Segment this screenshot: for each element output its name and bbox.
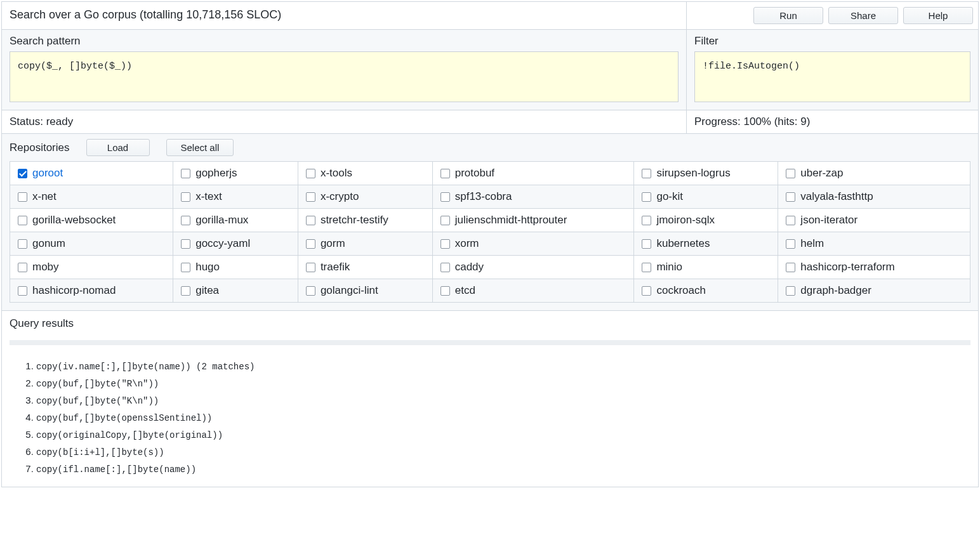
- filter-input[interactable]: [694, 51, 970, 102]
- repo-checkbox-gopherjs[interactable]: [181, 169, 190, 178]
- repo-label-valyala-fasthttp[interactable]: valyala-fasthttp: [800, 190, 873, 203]
- result-item[interactable]: copy(buf,[]byte(opensslSentinel)): [36, 412, 970, 423]
- result-item[interactable]: copy(originalCopy,[]byte(original)): [36, 429, 970, 440]
- repo-checkbox-minio[interactable]: [642, 263, 651, 272]
- repo-checkbox-kubernetes[interactable]: [642, 239, 651, 249]
- search-pattern-input[interactable]: [10, 51, 679, 102]
- repo-cell: hashicorp-nomad: [10, 279, 173, 303]
- repo-label-helm[interactable]: helm: [800, 237, 824, 250]
- repo-label-json-iterator[interactable]: json-iterator: [800, 214, 858, 227]
- table-row: gorilla-websocketgorilla-muxstretchr-tes…: [10, 209, 970, 232]
- repo-label-x-text[interactable]: x-text: [195, 190, 222, 203]
- repo-cell: julienschmidt-httprouter: [432, 209, 634, 232]
- repo-checkbox-julienschmidt-httprouter[interactable]: [440, 216, 450, 225]
- repo-label-minio[interactable]: minio: [656, 261, 682, 273]
- repo-checkbox-hashicorp-terraform[interactable]: [786, 263, 795, 272]
- repo-label-golangci-lint[interactable]: golangci-lint: [321, 284, 378, 297]
- repo-label-cockroach[interactable]: cockroach: [656, 284, 705, 297]
- repo-checkbox-golangci-lint[interactable]: [306, 286, 315, 296]
- repo-label-gorilla-websocket[interactable]: gorilla-websocket: [32, 214, 116, 227]
- repo-label-caddy[interactable]: caddy: [455, 261, 484, 273]
- load-button[interactable]: Load: [86, 139, 150, 156]
- repo-checkbox-goroot[interactable]: [18, 169, 27, 178]
- repo-label-etcd[interactable]: etcd: [455, 284, 475, 297]
- repo-label-moby[interactable]: moby: [32, 261, 59, 273]
- repo-label-gorm[interactable]: gorm: [321, 237, 345, 250]
- repo-label-hashicorp-nomad[interactable]: hashicorp-nomad: [32, 284, 116, 297]
- repo-label-jmoiron-sqlx[interactable]: jmoiron-sqlx: [656, 214, 715, 227]
- repo-label-kubernetes[interactable]: kubernetes: [656, 237, 710, 250]
- run-button[interactable]: Run: [753, 7, 823, 24]
- repo-label-goccy-yaml[interactable]: goccy-yaml: [195, 237, 250, 250]
- repo-label-xorm[interactable]: xorm: [455, 237, 479, 250]
- help-button[interactable]: Help: [903, 7, 973, 24]
- result-item[interactable]: copy(iv.name[:],[]byte(name)) (2 matches…: [36, 360, 970, 372]
- repo-checkbox-gitea[interactable]: [181, 286, 190, 296]
- inputs-row: Search pattern Filter: [2, 30, 978, 110]
- repo-checkbox-x-text[interactable]: [181, 192, 190, 202]
- repo-checkbox-helm[interactable]: [786, 239, 795, 249]
- repo-label-x-tools[interactable]: x-tools: [321, 167, 352, 180]
- repo-checkbox-traefik[interactable]: [306, 263, 315, 272]
- repo-checkbox-hashicorp-nomad[interactable]: [18, 286, 27, 296]
- repo-label-dgraph-badger[interactable]: dgraph-badger: [800, 284, 871, 297]
- repo-checkbox-x-net[interactable]: [18, 192, 27, 202]
- repo-checkbox-valyala-fasthttp[interactable]: [786, 192, 795, 202]
- repo-checkbox-gorilla-mux[interactable]: [181, 216, 190, 225]
- repo-checkbox-uber-zap[interactable]: [786, 169, 795, 178]
- repo-label-uber-zap[interactable]: uber-zap: [800, 167, 843, 180]
- page-title: Search over a Go corpus (totalling 10,71…: [2, 2, 686, 29]
- repo-checkbox-caddy[interactable]: [440, 263, 450, 272]
- repo-checkbox-spf13-cobra[interactable]: [440, 192, 450, 202]
- repo-cell: x-crypto: [298, 185, 432, 209]
- repo-checkbox-cockroach[interactable]: [642, 286, 651, 296]
- repo-checkbox-dgraph-badger[interactable]: [786, 286, 795, 296]
- table-row: gorootgopherjsx-toolsprotobufsirupsen-lo…: [10, 162, 970, 185]
- repo-label-julienschmidt-httprouter[interactable]: julienschmidt-httprouter: [455, 214, 567, 227]
- repo-label-gonum[interactable]: gonum: [32, 237, 65, 250]
- repo-checkbox-sirupsen-logrus[interactable]: [642, 169, 651, 178]
- repo-label-hashicorp-terraform[interactable]: hashicorp-terraform: [800, 261, 894, 273]
- repo-checkbox-goccy-yaml[interactable]: [181, 239, 190, 249]
- repo-cell: uber-zap: [778, 162, 970, 185]
- repo-label-traefik[interactable]: traefik: [321, 261, 350, 273]
- repo-checkbox-moby[interactable]: [18, 263, 27, 272]
- repo-label-go-kit[interactable]: go-kit: [656, 190, 683, 203]
- repo-checkbox-gorilla-websocket[interactable]: [18, 216, 27, 225]
- repo-label-protobuf[interactable]: protobuf: [455, 167, 494, 180]
- repo-label-hugo[interactable]: hugo: [195, 261, 220, 273]
- repo-checkbox-jmoiron-sqlx[interactable]: [642, 216, 651, 225]
- repo-label-gorilla-mux[interactable]: gorilla-mux: [195, 214, 248, 227]
- repos-header: Repositories Load Select all: [2, 134, 978, 161]
- repo-checkbox-gorm[interactable]: [306, 239, 315, 249]
- repo-label-sirupsen-logrus[interactable]: sirupsen-logrus: [656, 167, 730, 180]
- repo-label-spf13-cobra[interactable]: spf13-cobra: [455, 190, 512, 203]
- repo-cell: go-kit: [634, 185, 778, 209]
- repo-label-gitea[interactable]: gitea: [195, 284, 219, 297]
- repo-checkbox-gonum[interactable]: [18, 239, 27, 249]
- repo-link-goroot[interactable]: goroot: [32, 167, 63, 180]
- result-item[interactable]: copy(buf,[]byte("R\n")): [36, 378, 970, 389]
- repo-checkbox-x-crypto[interactable]: [306, 192, 315, 202]
- repo-checkbox-etcd[interactable]: [440, 286, 450, 296]
- select-all-button[interactable]: Select all: [166, 139, 234, 156]
- repo-label-x-net[interactable]: x-net: [32, 190, 56, 203]
- status-row: Status: ready Progress: 100% (hits: 9): [2, 110, 978, 134]
- repo-checkbox-hugo[interactable]: [181, 263, 190, 272]
- share-button[interactable]: Share: [828, 7, 898, 24]
- repo-label-stretchr-testify[interactable]: stretchr-testify: [321, 214, 388, 227]
- repo-label-gopherjs[interactable]: gopherjs: [195, 167, 237, 180]
- table-row: gonumgoccy-yamlgormxormkuberneteshelm: [10, 232, 970, 256]
- repo-checkbox-protobuf[interactable]: [440, 169, 450, 178]
- repo-checkbox-x-tools[interactable]: [306, 169, 315, 178]
- repo-checkbox-stretchr-testify[interactable]: [306, 216, 315, 225]
- repo-checkbox-xorm[interactable]: [440, 239, 450, 249]
- repo-checkbox-json-iterator[interactable]: [786, 216, 795, 225]
- repo-checkbox-go-kit[interactable]: [642, 192, 651, 202]
- results-section: Query results copy(iv.name[:],[]byte(nam…: [2, 311, 978, 487]
- result-item[interactable]: copy(b[i:i+l],[]byte(s)): [36, 446, 970, 457]
- result-item[interactable]: copy(ifl.name[:],[]byte(name)): [36, 463, 970, 475]
- repo-label-x-crypto[interactable]: x-crypto: [321, 190, 359, 203]
- status-text: Status: ready: [2, 110, 686, 133]
- result-item[interactable]: copy(buf,[]byte("K\n")): [36, 395, 970, 406]
